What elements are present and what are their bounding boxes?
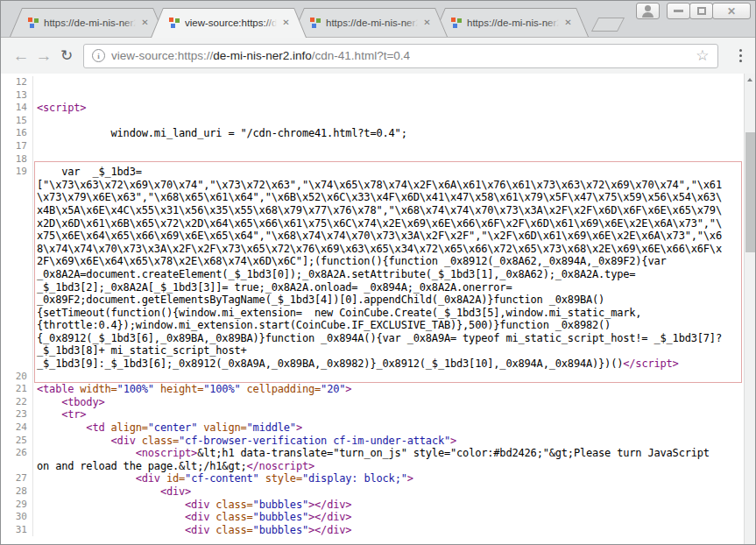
code-row: 22 <tbody> (1, 396, 743, 409)
address-bar[interactable]: i view-source:https://de-mi-nis-ner2.inf… (83, 44, 718, 68)
close-icon: ✕ (727, 6, 736, 17)
line-number: 24 (1, 421, 33, 435)
line-number: 25 (1, 435, 33, 448)
line-number: 18 (1, 153, 33, 166)
code-row: \x73\x79\x6E\x63","\x68\x65\x61\x64","\x… (1, 191, 743, 204)
menu-button[interactable] (737, 46, 745, 67)
back-icon: ← (13, 46, 30, 65)
code-row: {throttle:0.4});window.mi_extension.star… (1, 319, 743, 332)
maximize-icon (697, 7, 706, 15)
source-code: 121314<script>1516 window.mi_land_uri = … (1, 76, 743, 536)
line-number: 15 (1, 115, 33, 128)
minimize-button[interactable] (667, 3, 690, 19)
code-row: _0x89F2;document.getElementsByTagName(_$… (1, 294, 743, 307)
code-row: x2D\x6D\x61\x6B\x65\x72\x2D\x64\x65\x66\… (1, 217, 743, 230)
line-number (1, 281, 33, 294)
code-row: 17 (1, 140, 743, 153)
tab-close-button[interactable]: ✕ (420, 16, 434, 29)
line-number: 28 (1, 485, 33, 499)
url-path: /cdn-41.html?t=0.4 (312, 49, 410, 62)
line-number: 12 (1, 76, 33, 89)
line-number (1, 344, 33, 357)
code-row: 15 (1, 115, 743, 128)
code-row: 20 (1, 371, 743, 384)
code-row: 27 <div id="cf-content" style="display: … (1, 472, 743, 485)
line-number (1, 255, 33, 268)
code-row: {_0x8912(_$_1bd3[6],_0x89BA,_0x89BA)}fun… (1, 332, 743, 345)
tab-1[interactable]: https://de-mi-nis-ner2 ✕ (10, 8, 166, 37)
code-row: 14<script> (1, 102, 743, 115)
site-favicon (451, 18, 462, 28)
close-window-button[interactable]: ✕ (712, 3, 751, 19)
code-row: 28 <div> (1, 485, 743, 499)
url-text: view-source:https://de-mi-nis-ner2.info/… (111, 49, 410, 62)
line-number (1, 357, 33, 371)
site-favicon (28, 18, 39, 28)
profile-button[interactable] (636, 3, 660, 19)
scrollbar-thumb[interactable] (745, 132, 755, 252)
code-row: 24 <td align="center" valign="middle"> (1, 421, 743, 435)
new-tab-button[interactable] (591, 18, 625, 32)
line-number: 27 (1, 472, 33, 485)
page-info-icon[interactable]: i (92, 49, 105, 62)
line-number: 31 (1, 524, 33, 537)
url-host: de-mi-nis-ner2.info (213, 49, 312, 62)
line-number (1, 332, 33, 345)
code-row: 29 <div class="bubbles"></div> (1, 499, 743, 512)
line-number (1, 319, 33, 332)
scrollbar-up-arrow[interactable] (745, 74, 755, 85)
toolbar: ← → ↻ i view-source:https://de-mi-nis-ne… (1, 37, 755, 74)
code-row: ["\x73\x63\x72\x69\x70\x74","\x73\x72\x6… (1, 179, 743, 192)
forward-button[interactable]: → (32, 47, 55, 64)
code-row: x75\x6E\x64\x65\x66\x69\x6E\x65\x64","\x… (1, 230, 743, 243)
reload-button[interactable]: ↻ (55, 48, 78, 63)
code-row: 12 (1, 76, 743, 89)
code-row: _$_1bd3[9]:_$_1bd3[6];_0x8912(_0x8A9A,_0… (1, 357, 743, 371)
line-number (1, 204, 33, 217)
tab-2-active[interactable]: view-source:https://de ✕ (151, 8, 307, 38)
url-scheme: view-source:https:// (111, 49, 213, 62)
line-number: 17 (1, 140, 33, 153)
browser-window: ✕ https://de-mi-nis-ner2 ✕ view-source:h… (0, 0, 756, 545)
line-number: 30 (1, 511, 33, 524)
code-row: 18 (1, 153, 743, 166)
forward-icon: → (36, 46, 53, 65)
line-number: 19 (1, 166, 33, 179)
vertical-scrollbar[interactable] (744, 74, 755, 544)
line-number: 22 (1, 396, 33, 409)
back-button[interactable]: ← (10, 47, 32, 64)
line-number (1, 230, 33, 243)
code-row: 8\x74\x74\x70\x73\x3A\x2F\x2F\x73\x65\x7… (1, 243, 743, 256)
code-row: 30 <div class="bubbles"></div> (1, 511, 743, 524)
line-number: 13 (1, 89, 33, 103)
code-row: 19 var _$_1bd3= (1, 166, 743, 179)
code-row: 16 window.mi_land_uri = "/cdn-chrome41.h… (1, 127, 743, 140)
code-row: x4B\x5A\x6E\x4C\x55\x31\x56\x35\x55\x68\… (1, 204, 743, 217)
line-number: 23 (1, 408, 33, 421)
line-number (1, 460, 33, 473)
line-number: 26 (1, 447, 33, 460)
bookmark-star-icon[interactable]: ☆ (696, 48, 709, 63)
tab-title: view-source:https://de (185, 18, 277, 28)
view-source-content: 121314<script>1516 window.mi_land_uri = … (1, 74, 755, 544)
code-row: 31 <div class="bubbles"></div> (1, 524, 743, 537)
tab-close-button[interactable]: ✕ (279, 16, 293, 29)
tab-4[interactable]: https://de-mi-nis-ner2 ✕ (433, 8, 589, 37)
maximize-button[interactable] (689, 3, 713, 19)
code-row: 25 <div class="cf-browser-verification c… (1, 435, 743, 448)
tab-close-button[interactable]: ✕ (562, 16, 575, 29)
line-number (1, 217, 33, 230)
reload-icon: ↻ (60, 47, 73, 64)
line-number (1, 191, 33, 204)
line-number: 16 (1, 127, 33, 140)
line-number (1, 307, 33, 320)
tab-3[interactable]: https://de-mi-nis-ner2 ✕ (292, 8, 448, 37)
site-favicon (310, 18, 321, 28)
minimize-icon (674, 10, 683, 12)
line-number (1, 268, 33, 281)
tab-title: https://de-mi-nis-ner2 (44, 18, 136, 28)
code-row: on and reload the page.&lt;/h1&gt;</nosc… (1, 460, 743, 473)
site-favicon (169, 18, 180, 28)
tab-close-button[interactable]: ✕ (138, 16, 152, 29)
line-number (1, 294, 33, 307)
